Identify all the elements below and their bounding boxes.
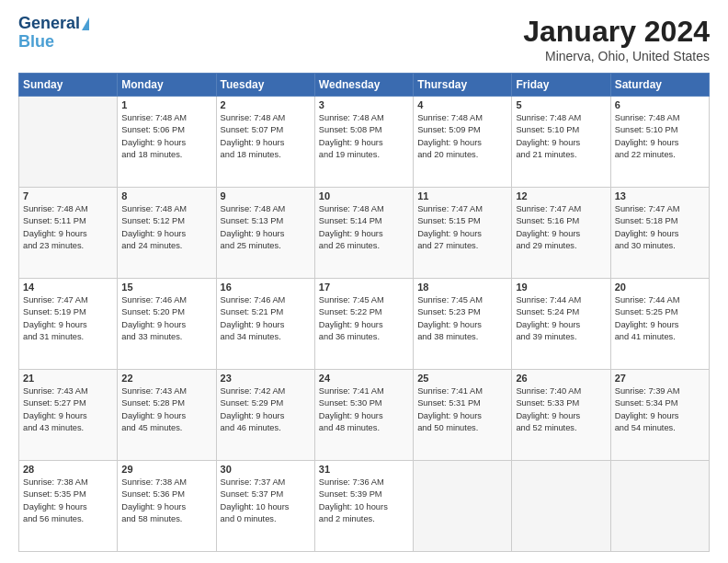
day-number: 18 xyxy=(417,282,507,293)
day-info: Sunrise: 7:38 AMSunset: 5:36 PMDaylight:… xyxy=(121,477,211,526)
day-number: 15 xyxy=(121,282,211,293)
day-number: 6 xyxy=(615,99,705,110)
table-row: 13Sunrise: 7:47 AMSunset: 5:18 PMDayligh… xyxy=(610,188,709,279)
day-info: Sunrise: 7:46 AMSunset: 5:21 PMDaylight:… xyxy=(221,294,311,344)
calendar-week-row: 1Sunrise: 7:48 AMSunset: 5:06 PMDaylight… xyxy=(19,97,710,188)
table-row: 28Sunrise: 7:38 AMSunset: 5:35 PMDayligh… xyxy=(19,461,118,552)
logo-blue: Blue xyxy=(18,33,54,52)
day-info: Sunrise: 7:36 AMSunset: 5:39 PMDaylight:… xyxy=(319,477,409,526)
day-info: Sunrise: 7:46 AMSunset: 5:20 PMDaylight:… xyxy=(121,294,211,344)
calendar-header-row: Sunday Monday Tuesday Wednesday Thursday… xyxy=(19,74,710,97)
table-row xyxy=(610,461,709,552)
day-info: Sunrise: 7:48 AMSunset: 5:10 PMDaylight:… xyxy=(516,112,606,162)
day-info: Sunrise: 7:45 AMSunset: 5:22 PMDaylight:… xyxy=(319,294,409,344)
calendar-week-row: 28Sunrise: 7:38 AMSunset: 5:35 PMDayligh… xyxy=(19,461,710,552)
logo-general: General xyxy=(18,15,80,33)
day-number: 3 xyxy=(319,99,409,110)
day-number: 31 xyxy=(319,464,409,475)
day-number: 17 xyxy=(319,282,409,293)
day-info: Sunrise: 7:47 AMSunset: 5:19 PMDaylight:… xyxy=(23,294,113,344)
day-info: Sunrise: 7:48 AMSunset: 5:06 PMDaylight:… xyxy=(121,112,211,162)
table-row: 29Sunrise: 7:38 AMSunset: 5:36 PMDayligh… xyxy=(118,461,216,552)
day-number: 26 xyxy=(516,373,606,384)
table-row: 4Sunrise: 7:48 AMSunset: 5:09 PMDaylight… xyxy=(414,97,512,188)
calendar-week-row: 21Sunrise: 7:43 AMSunset: 5:27 PMDayligh… xyxy=(19,370,710,461)
day-number: 12 xyxy=(516,190,606,201)
table-row: 1Sunrise: 7:48 AMSunset: 5:06 PMDaylight… xyxy=(118,97,216,188)
calendar-week-row: 7Sunrise: 7:48 AMSunset: 5:11 PMDaylight… xyxy=(19,188,710,279)
day-info: Sunrise: 7:48 AMSunset: 5:08 PMDaylight:… xyxy=(319,112,409,162)
table-row: 16Sunrise: 7:46 AMSunset: 5:21 PMDayligh… xyxy=(216,279,314,370)
day-info: Sunrise: 7:38 AMSunset: 5:35 PMDaylight:… xyxy=(23,477,113,526)
day-info: Sunrise: 7:45 AMSunset: 5:23 PMDaylight:… xyxy=(417,294,507,344)
location-subtitle: Minerva, Ohio, United States xyxy=(523,49,710,63)
day-number: 19 xyxy=(516,282,606,293)
day-number: 5 xyxy=(516,99,606,110)
table-row: 10Sunrise: 7:48 AMSunset: 5:14 PMDayligh… xyxy=(314,188,413,279)
day-info: Sunrise: 7:47 AMSunset: 5:16 PMDaylight:… xyxy=(516,203,606,253)
day-number: 20 xyxy=(615,282,705,293)
calendar-table: Sunday Monday Tuesday Wednesday Thursday… xyxy=(18,73,710,552)
day-number: 13 xyxy=(615,190,705,201)
table-row: 23Sunrise: 7:42 AMSunset: 5:29 PMDayligh… xyxy=(216,370,314,461)
table-row: 6Sunrise: 7:48 AMSunset: 5:10 PMDaylight… xyxy=(610,97,709,188)
table-row: 2Sunrise: 7:48 AMSunset: 5:07 PMDaylight… xyxy=(216,97,314,188)
table-row: 19Sunrise: 7:44 AMSunset: 5:24 PMDayligh… xyxy=(512,279,610,370)
day-number: 2 xyxy=(221,99,311,110)
table-row: 22Sunrise: 7:43 AMSunset: 5:28 PMDayligh… xyxy=(118,370,216,461)
table-row: 24Sunrise: 7:41 AMSunset: 5:30 PMDayligh… xyxy=(314,370,413,461)
day-info: Sunrise: 7:48 AMSunset: 5:07 PMDaylight:… xyxy=(221,112,311,162)
day-number: 11 xyxy=(417,190,507,201)
day-number: 4 xyxy=(417,99,507,110)
header-friday: Friday xyxy=(512,74,610,97)
header-tuesday: Tuesday xyxy=(216,74,314,97)
table-row: 30Sunrise: 7:37 AMSunset: 5:37 PMDayligh… xyxy=(216,461,314,552)
day-info: Sunrise: 7:48 AMSunset: 5:13 PMDaylight:… xyxy=(221,203,311,253)
logo-triangle-icon xyxy=(82,17,89,30)
day-number: 24 xyxy=(319,373,409,384)
logo: General Blue xyxy=(18,15,89,52)
table-row: 20Sunrise: 7:44 AMSunset: 5:25 PMDayligh… xyxy=(610,279,709,370)
day-number: 10 xyxy=(319,190,409,201)
table-row: 25Sunrise: 7:41 AMSunset: 5:31 PMDayligh… xyxy=(414,370,512,461)
day-info: Sunrise: 7:37 AMSunset: 5:37 PMDaylight:… xyxy=(221,477,311,526)
day-number: 8 xyxy=(121,190,211,201)
day-info: Sunrise: 7:41 AMSunset: 5:30 PMDaylight:… xyxy=(319,385,409,435)
day-info: Sunrise: 7:39 AMSunset: 5:34 PMDaylight:… xyxy=(615,385,705,435)
table-row: 11Sunrise: 7:47 AMSunset: 5:15 PMDayligh… xyxy=(414,188,512,279)
calendar-week-row: 14Sunrise: 7:47 AMSunset: 5:19 PMDayligh… xyxy=(19,279,710,370)
table-row: 7Sunrise: 7:48 AMSunset: 5:11 PMDaylight… xyxy=(19,188,118,279)
day-info: Sunrise: 7:48 AMSunset: 5:11 PMDaylight:… xyxy=(23,203,113,253)
page: General Blue January 2024 Minerva, Ohio,… xyxy=(0,0,728,563)
table-row: 27Sunrise: 7:39 AMSunset: 5:34 PMDayligh… xyxy=(610,370,709,461)
table-row: 26Sunrise: 7:40 AMSunset: 5:33 PMDayligh… xyxy=(512,370,610,461)
table-row: 17Sunrise: 7:45 AMSunset: 5:22 PMDayligh… xyxy=(314,279,413,370)
day-info: Sunrise: 7:41 AMSunset: 5:31 PMDaylight:… xyxy=(417,385,507,435)
day-info: Sunrise: 7:48 AMSunset: 5:14 PMDaylight:… xyxy=(319,203,409,253)
table-row xyxy=(19,97,118,188)
day-info: Sunrise: 7:42 AMSunset: 5:29 PMDaylight:… xyxy=(221,385,311,435)
table-row: 18Sunrise: 7:45 AMSunset: 5:23 PMDayligh… xyxy=(414,279,512,370)
day-info: Sunrise: 7:48 AMSunset: 5:09 PMDaylight:… xyxy=(417,112,507,162)
header-sunday: Sunday xyxy=(19,74,118,97)
day-number: 21 xyxy=(23,373,113,384)
day-info: Sunrise: 7:44 AMSunset: 5:25 PMDaylight:… xyxy=(615,294,705,344)
day-info: Sunrise: 7:44 AMSunset: 5:24 PMDaylight:… xyxy=(516,294,606,344)
day-number: 30 xyxy=(221,464,311,475)
table-row: 21Sunrise: 7:43 AMSunset: 5:27 PMDayligh… xyxy=(19,370,118,461)
header-saturday: Saturday xyxy=(610,74,709,97)
day-number: 16 xyxy=(221,282,311,293)
title-block: January 2024 Minerva, Ohio, United State… xyxy=(523,15,710,63)
day-info: Sunrise: 7:48 AMSunset: 5:12 PMDaylight:… xyxy=(121,203,211,253)
day-info: Sunrise: 7:43 AMSunset: 5:28 PMDaylight:… xyxy=(121,385,211,435)
month-title: January 2024 xyxy=(523,15,710,49)
table-row: 8Sunrise: 7:48 AMSunset: 5:12 PMDaylight… xyxy=(118,188,216,279)
day-number: 7 xyxy=(23,190,113,201)
day-number: 29 xyxy=(121,464,211,475)
header: General Blue January 2024 Minerva, Ohio,… xyxy=(18,15,710,63)
day-info: Sunrise: 7:43 AMSunset: 5:27 PMDaylight:… xyxy=(23,385,113,435)
header-wednesday: Wednesday xyxy=(314,74,413,97)
table-row: 31Sunrise: 7:36 AMSunset: 5:39 PMDayligh… xyxy=(314,461,413,552)
day-number: 25 xyxy=(417,373,507,384)
table-row: 12Sunrise: 7:47 AMSunset: 5:16 PMDayligh… xyxy=(512,188,610,279)
